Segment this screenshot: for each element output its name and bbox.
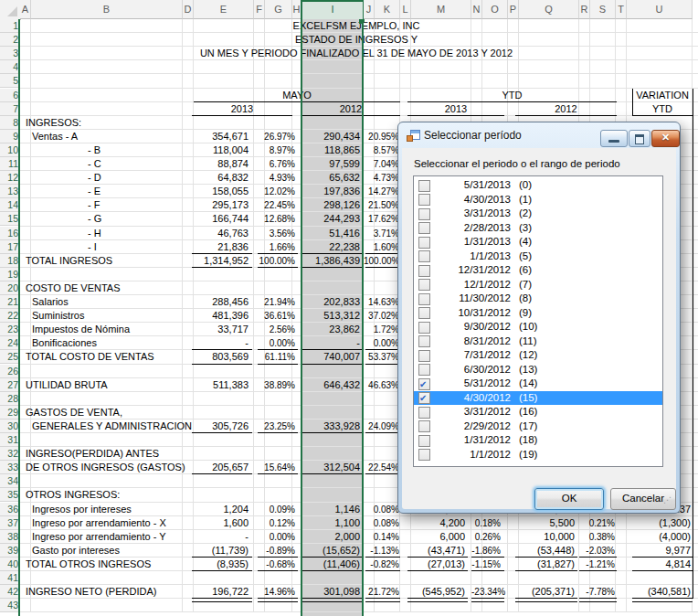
cell-G23[interactable]: 2.56% bbox=[258, 323, 295, 336]
cell-Q40[interactable]: (31,827) bbox=[515, 558, 575, 571]
cell-B38[interactable]: Ingreso por arrendamiento - Y bbox=[32, 530, 187, 544]
cell-B33[interactable]: DE OTROS INGRESOS (GASTOS) bbox=[26, 461, 181, 474]
cell-G40[interactable]: -0.68% bbox=[258, 558, 295, 571]
cell-I27[interactable]: 646,432 bbox=[300, 378, 360, 392]
cell-K25[interactable]: 53.37% bbox=[364, 350, 399, 364]
cell-E11[interactable]: 88,874 bbox=[192, 157, 249, 171]
cell-E18[interactable]: 1,314,952 bbox=[192, 254, 249, 268]
period-checkbox[interactable] bbox=[418, 307, 430, 319]
period-checkbox-checked[interactable] bbox=[418, 378, 430, 390]
row-header-31[interactable]: 31 bbox=[0, 433, 20, 447]
cell-K36[interactable]: 0.08% bbox=[364, 503, 399, 516]
period-checkbox[interactable] bbox=[418, 322, 430, 334]
cell-I25[interactable]: 740,007 bbox=[300, 350, 360, 364]
row-header-38[interactable]: 38 bbox=[0, 530, 20, 544]
cell-O38[interactable]: 0.26% bbox=[471, 530, 501, 544]
cell-I40[interactable]: (11,406) bbox=[300, 558, 360, 571]
column-header-O[interactable]: O bbox=[482, 0, 508, 19]
cell-I15[interactable]: 244,293 bbox=[300, 212, 360, 226]
row-header-36[interactable]: 36 bbox=[0, 503, 20, 516]
period-checkbox[interactable] bbox=[418, 364, 430, 376]
cell-I9[interactable]: 290,434 bbox=[300, 130, 360, 143]
period-checkbox[interactable] bbox=[418, 180, 430, 192]
row-header-41[interactable]: 41 bbox=[0, 571, 20, 585]
cell-M42[interactable]: (545,952) bbox=[407, 585, 465, 599]
cell-E40[interactable]: (8,935) bbox=[192, 558, 249, 571]
cell-G14[interactable]: 22.45% bbox=[258, 198, 295, 212]
cell-E42[interactable]: 196,722 bbox=[192, 585, 249, 599]
row-header-17[interactable]: 17 bbox=[0, 240, 20, 254]
cell-K21[interactable]: 14.63% bbox=[364, 295, 399, 309]
cell-B36[interactable]: Ingresos por intereses bbox=[32, 503, 187, 516]
cell-Q39[interactable]: (53,448) bbox=[515, 544, 575, 558]
cell-B18[interactable]: TOTAL INGRESOS bbox=[26, 254, 181, 268]
cell-K37[interactable]: 0.08% bbox=[364, 516, 399, 530]
row-header-5[interactable]: 5 bbox=[0, 74, 20, 88]
cell-B20[interactable]: COSTO DE VENTAS bbox=[26, 281, 181, 295]
period-checkbox[interactable] bbox=[418, 449, 430, 461]
row-header-27[interactable]: 27 bbox=[0, 378, 20, 392]
period-checkbox[interactable] bbox=[418, 435, 430, 447]
period-checkbox[interactable] bbox=[418, 279, 430, 291]
row-header-24[interactable]: 24 bbox=[0, 336, 20, 350]
row-header-13[interactable]: 13 bbox=[0, 185, 20, 198]
cell-E38[interactable]: - bbox=[192, 530, 263, 544]
cell-K11[interactable]: 7.04% bbox=[364, 157, 399, 171]
cell-G11[interactable]: 6.76% bbox=[258, 157, 295, 171]
cell-B42[interactable]: INGRESO NETO (PERDIDA) bbox=[26, 585, 181, 599]
cell-I23[interactable]: 23,862 bbox=[300, 323, 360, 336]
cell-G30[interactable]: 23.25% bbox=[258, 420, 295, 433]
row-header-19[interactable]: 19 bbox=[0, 268, 20, 281]
cell-G21[interactable]: 21.94% bbox=[258, 295, 295, 309]
row-header-42[interactable]: 42 bbox=[0, 585, 20, 599]
cell-K17[interactable]: 1.60% bbox=[364, 240, 399, 254]
cell-G15[interactable]: 12.68% bbox=[258, 212, 295, 226]
column-header-K[interactable]: K bbox=[375, 0, 400, 19]
cell-M37[interactable]: 4,200 bbox=[407, 516, 465, 530]
period-checkbox[interactable] bbox=[418, 237, 430, 249]
column-header-L[interactable]: L bbox=[400, 0, 411, 19]
row-header-37[interactable]: 37 bbox=[0, 516, 20, 530]
cell-G37[interactable]: 0.12% bbox=[258, 516, 295, 530]
row-header-40[interactable]: 40 bbox=[0, 558, 20, 571]
row-header-34[interactable]: 34 bbox=[0, 474, 20, 488]
period-item-13[interactable]: 6/30/2012(13) bbox=[414, 363, 662, 377]
cell-K13[interactable]: 14.27% bbox=[364, 185, 399, 198]
row-header-23[interactable]: 23 bbox=[0, 323, 20, 336]
row-header-22[interactable]: 22 bbox=[0, 309, 20, 323]
period-item-2[interactable]: 3/31/2013(2) bbox=[414, 207, 662, 221]
cell-E23[interactable]: 33,717 bbox=[192, 323, 249, 336]
period-item-19[interactable]: 1/1/2012(19) bbox=[414, 448, 662, 462]
cell-U40[interactable]: 4,814 bbox=[623, 558, 691, 571]
cell-U42[interactable]: (340,581) bbox=[623, 585, 691, 599]
row-header-25[interactable]: 25 bbox=[0, 350, 20, 364]
cell-M39[interactable]: (43,471) bbox=[407, 544, 465, 558]
cell-B22[interactable]: Suministros bbox=[32, 309, 187, 323]
period-checkbox[interactable] bbox=[418, 407, 430, 419]
cell-I11[interactable]: 97,599 bbox=[300, 157, 360, 171]
cell-K38[interactable]: 0.14% bbox=[364, 530, 399, 544]
column-header-R[interactable]: R bbox=[579, 0, 590, 19]
column-header-M[interactable]: M bbox=[411, 0, 471, 19]
row-header-32[interactable]: 32 bbox=[0, 447, 20, 461]
period-item-6[interactable]: 12/31/2012(6) bbox=[414, 263, 662, 278]
cell-U39[interactable]: 9,977 bbox=[623, 544, 691, 558]
row-header-2[interactable]: 2 bbox=[0, 33, 20, 47]
period-checkbox[interactable] bbox=[418, 293, 430, 305]
period-item-8[interactable]: 11/30/2012(8) bbox=[414, 292, 662, 306]
cell-E30[interactable]: 305,726 bbox=[192, 420, 249, 433]
cell-G42[interactable]: 14.96% bbox=[258, 585, 295, 599]
row-header-1[interactable]: 1 bbox=[0, 19, 20, 33]
cell-B39[interactable]: Gasto por intereses bbox=[32, 544, 187, 558]
cell-I16[interactable]: 51,416 bbox=[300, 227, 360, 240]
cell-M38[interactable]: 6,000 bbox=[407, 530, 465, 544]
cell-O42[interactable]: -23.34% bbox=[471, 585, 501, 599]
cell-K40[interactable]: -0.82% bbox=[364, 558, 399, 571]
period-checkbox[interactable] bbox=[418, 250, 430, 262]
cell-G22[interactable]: 36.61% bbox=[258, 309, 295, 323]
cell-K14[interactable]: 21.50% bbox=[364, 198, 399, 212]
cell-E9[interactable]: 354,671 bbox=[192, 130, 249, 143]
period-checkbox[interactable] bbox=[418, 350, 430, 362]
cell-K12[interactable]: 4.73% bbox=[364, 171, 399, 185]
column-header-J[interactable]: J bbox=[364, 0, 375, 19]
